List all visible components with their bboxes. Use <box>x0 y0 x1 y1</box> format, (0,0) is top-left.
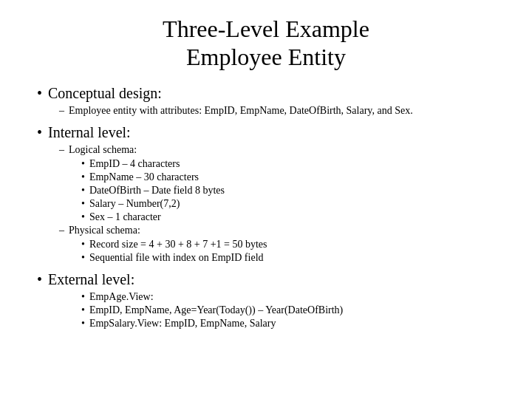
page: Three-Level Example Employee Entity • Co… <box>0 0 532 399</box>
bullet-symbol-external: • <box>37 271 42 288</box>
logical-empname: • EmpName – 30 characters <box>81 171 495 183</box>
bullet-conceptual: • Conceptual design: <box>37 85 495 102</box>
logical-item-3: Salary – Number(7,2) <box>89 198 180 210</box>
dot-record: • <box>81 239 85 250</box>
physical-record: • Record size = 4 + 30 + 8 + 7 +1 = 50 b… <box>81 239 495 250</box>
physical-schema-label: Physical schema: <box>69 225 140 236</box>
physical-schema-item: – Physical schema: <box>59 225 495 236</box>
dot-sex: • <box>81 211 85 223</box>
logical-schema-label: Logical schema: <box>69 144 137 156</box>
external-item-1: • EmpID, EmpName, Age=Year(Today()) – Ye… <box>81 304 495 316</box>
bullet-symbol-internal: • <box>37 124 42 141</box>
dot-external-1: • <box>81 304 85 316</box>
section-internal: • Internal level: – Logical schema: • Em… <box>37 124 495 264</box>
dot-external-0: • <box>81 291 85 303</box>
dot-sequential: • <box>81 252 85 264</box>
logical-item-1: EmpName – 30 characters <box>89 171 199 183</box>
conceptual-sub-item: – Employee entity with attributes: EmpID… <box>59 105 495 117</box>
page-title: Three-Level Example Employee Entity <box>37 15 495 72</box>
logical-item-0: EmpID – 4 characters <box>89 158 180 170</box>
external-text-1: EmpID, EmpName, Age=Year(Today()) – Year… <box>89 304 343 316</box>
external-item-0: • EmpAge.View: <box>81 291 495 303</box>
dot-external-2: • <box>81 318 85 330</box>
dot-dateofbirth: • <box>81 185 85 197</box>
logical-item-2: DateOfBirth – Date field 8 bytes <box>89 185 225 197</box>
title-line1: Three-Level Example <box>37 15 495 43</box>
external-item-2: • EmpSalary.View: EmpID, EmpName, Salary <box>81 318 495 330</box>
logical-dash: – <box>59 144 64 156</box>
dot-empid: • <box>81 158 85 170</box>
logical-item-4: Sex – 1 character <box>89 211 161 223</box>
physical-item-0: Record size = 4 + 30 + 8 + 7 +1 = 50 byt… <box>89 239 267 250</box>
dot-empname: • <box>81 171 85 183</box>
logical-dateofbirth: • DateOfBirth – Date field 8 bytes <box>81 185 495 197</box>
logical-schema-item: – Logical schema: <box>59 144 495 156</box>
bullet-internal: • Internal level: <box>37 124 495 141</box>
external-label: External level: <box>48 271 134 288</box>
section-conceptual: • Conceptual design: – Employee entity w… <box>37 85 495 117</box>
title-line2: Employee Entity <box>37 43 495 71</box>
physical-sequential: • Sequential file with index on EmpID fi… <box>81 252 495 264</box>
conceptual-label: Conceptual design: <box>48 85 162 102</box>
bullet-symbol-conceptual: • <box>37 85 42 102</box>
external-text-2: EmpSalary.View: EmpID, EmpName, Salary <box>89 318 276 330</box>
external-text-0: EmpAge.View: <box>89 291 154 303</box>
section-external: • External level: • EmpAge.View: • EmpID… <box>37 271 495 330</box>
conceptual-dash: – <box>59 105 64 117</box>
logical-sex: • Sex – 1 character <box>81 211 495 223</box>
dot-salary: • <box>81 198 85 210</box>
bullet-external: • External level: <box>37 271 495 288</box>
physical-dash: – <box>59 225 64 236</box>
logical-empid: • EmpID – 4 characters <box>81 158 495 170</box>
logical-salary: • Salary – Number(7,2) <box>81 198 495 210</box>
internal-label: Internal level: <box>48 124 131 141</box>
conceptual-sub-text: Employee entity with attributes: EmpID, … <box>69 105 413 117</box>
physical-item-1: Sequential file with index on EmpID fiel… <box>89 252 264 264</box>
